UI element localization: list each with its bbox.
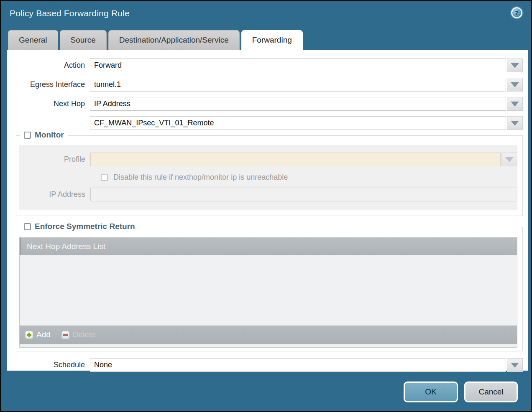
enforce-symmetric-return-fieldset: Enforce Symmetric Return Next Hop Addres…: [16, 227, 523, 351]
table-bottom-strip: [20, 344, 517, 347]
action-label: Action: [7, 61, 90, 70]
next-hop-address-list-body: [20, 255, 517, 326]
monitor-legend-label: Monitor: [35, 130, 64, 140]
chevron-down-icon: [511, 82, 519, 87]
dialog-footer: OK Cancel: [1, 371, 531, 402]
next-hop-type-dropdown-button[interactable]: [507, 97, 523, 111]
schedule-dropdown-button[interactable]: [507, 358, 523, 372]
action-row: Action Forward: [7, 58, 528, 72]
plus-icon: [25, 331, 33, 339]
profile-row: Profile: [19, 153, 517, 166]
egress-interface-label: Egress Interface: [7, 80, 90, 89]
schedule-label: Schedule: [7, 361, 90, 369]
add-button[interactable]: Add: [25, 330, 51, 339]
next-hop-row: Next Hop IP Address: [7, 97, 528, 111]
next-hop-address-select[interactable]: CF_MWAN_IPsec_VTI_01_Remote: [90, 116, 506, 130]
monitor-ip-address-row: IP Address: [19, 188, 517, 201]
enforce-symmetric-return-legend: Enforce Symmetric Return: [20, 222, 139, 231]
monitor-ip-address-input: [90, 188, 517, 201]
dialog-titlebar: Policy Based Forwarding Rule ?: [1, 1, 531, 20]
profile-label: Profile: [19, 155, 90, 164]
tab-destination-application-service[interactable]: Destination/Application/Service: [108, 30, 240, 50]
tab-general[interactable]: General: [8, 30, 58, 50]
action-select[interactable]: Forward: [90, 58, 506, 72]
monitor-legend: Monitor: [20, 130, 68, 140]
monitor-fieldset: Monitor Profile Disable this rule if nex…: [16, 135, 523, 216]
enforce-symmetric-return-checkbox[interactable]: [24, 223, 31, 230]
disable-rule-label: Disable this rule if nexthop/monitor ip …: [113, 173, 288, 182]
next-hop-label: Next Hop: [7, 99, 90, 108]
next-hop-address-list-toolbar: Add Delete: [20, 326, 517, 344]
help-icon[interactable]: ?: [511, 7, 522, 18]
disable-rule-row: Disable this rule if nexthop/monitor ip …: [101, 173, 517, 182]
tab-forwarding[interactable]: Forwarding: [241, 30, 303, 50]
profile-dropdown-button: [501, 153, 517, 166]
next-hop-type-select[interactable]: IP Address: [90, 97, 506, 111]
egress-interface-select[interactable]: tunnel.1: [90, 78, 506, 92]
pbf-rule-dialog: Policy Based Forwarding Rule ? General S…: [1, 1, 531, 411]
delete-button: Delete: [61, 330, 96, 339]
monitor-ip-address-label: IP Address: [19, 190, 90, 199]
enforce-symmetric-return-legend-label: Enforce Symmetric Return: [35, 222, 135, 231]
next-hop-address-list-header: Next Hop Address List: [20, 238, 517, 255]
monitor-disabled-panel: Profile Disable this rule if nexthop/mon…: [19, 145, 517, 210]
chevron-down-icon: [511, 63, 519, 68]
forwarding-tab-panel: Action Forward Egress Interface tunnel.1…: [7, 50, 528, 371]
schedule-select[interactable]: None: [90, 358, 506, 372]
chevron-down-icon: [511, 102, 519, 107]
profile-select: [90, 153, 501, 166]
tab-bar: General Source Destination/Application/S…: [8, 30, 531, 50]
egress-interface-dropdown-button[interactable]: [507, 78, 523, 92]
add-button-label: Add: [36, 330, 51, 339]
disable-rule-checkbox: [101, 174, 108, 181]
egress-interface-row: Egress Interface tunnel.1: [7, 78, 528, 92]
delete-button-label: Delete: [73, 330, 96, 339]
cancel-button[interactable]: Cancel: [464, 381, 518, 402]
next-hop-address-dropdown-button[interactable]: [507, 116, 523, 130]
action-dropdown-button[interactable]: [507, 58, 523, 72]
schedule-row: Schedule None: [7, 358, 528, 372]
dialog-title: Policy Based Forwarding Rule: [10, 7, 130, 20]
tab-source[interactable]: Source: [60, 30, 107, 50]
minus-icon: [61, 331, 69, 339]
chevron-down-icon: [511, 363, 519, 368]
chevron-down-icon: [511, 121, 519, 126]
next-hop-address-list-table: Next Hop Address List Add Delete: [19, 237, 517, 348]
next-hop-address-row: CF_MWAN_IPsec_VTI_01_Remote: [7, 116, 528, 130]
ok-button[interactable]: OK: [404, 381, 458, 402]
chevron-down-icon: [505, 157, 514, 162]
monitor-checkbox[interactable]: [24, 132, 31, 139]
